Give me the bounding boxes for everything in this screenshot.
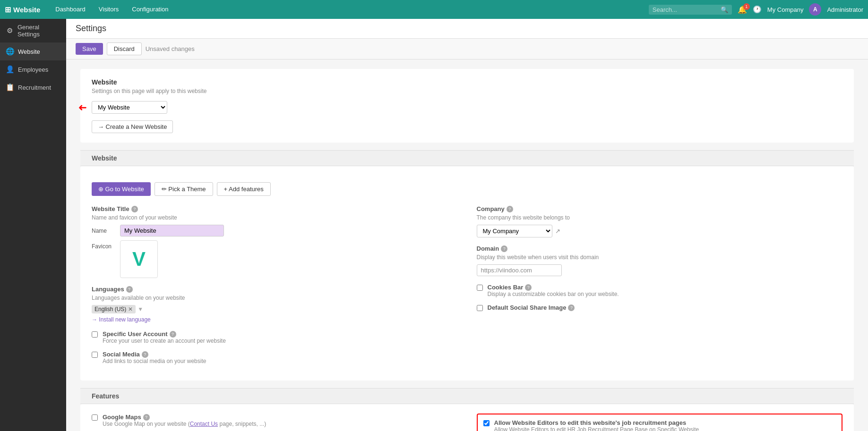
favicon-label: Favicon — [92, 243, 115, 250]
google-maps-sub: Use Google Map on your website (Contact … — [103, 421, 266, 427]
domain-info-icon: ? — [501, 245, 507, 252]
notification-bell[interactable]: 🔔 1 — [738, 5, 747, 14]
cookies-bar-info-icon: ? — [525, 284, 532, 291]
specific-user-account-text: Specific User Account ? Force your user … — [103, 330, 226, 344]
website-section-card: ⊕ Go to Website ✏ Pick a Theme + Add fea… — [80, 166, 854, 380]
recruit-label: Allow Website Editors to edit this websi… — [494, 419, 699, 426]
form-col-right: Company ? The company this website belon… — [477, 205, 843, 371]
company-field-group: Company ? The company this website belon… — [477, 205, 843, 237]
create-new-website-button[interactable]: → Create a New Website — [92, 120, 173, 133]
website-select-row: ➜ My Website — [92, 101, 842, 114]
topnav-search[interactable]: 🔍 — [649, 5, 732, 15]
language-tag: English (US) ✕ — [92, 305, 136, 313]
search-input[interactable] — [653, 6, 719, 13]
red-arrow-annotation: ➜ — [78, 101, 87, 114]
social-media-checkbox[interactable] — [92, 352, 98, 358]
website-name-input[interactable] — [120, 225, 224, 237]
cookies-bar-label: Cookies Bar — [488, 284, 524, 291]
form-col-left: Website Title ? Name and favicon of your… — [92, 205, 458, 371]
content-area: Settings Save Discard Unsaved changes We… — [66, 19, 868, 431]
domain-input[interactable] — [477, 264, 562, 276]
nav-dashboard[interactable]: Dashboard — [49, 0, 92, 19]
website-title-field-group: Website Title ? Name and favicon of your… — [92, 205, 458, 278]
website-selector-label: Website — [92, 78, 842, 86]
features-section-title-bar: Features — [80, 388, 854, 404]
specific-user-account-checkbox[interactable] — [92, 331, 98, 338]
company-label: Company — [477, 205, 505, 212]
recruit-checkbox[interactable] — [483, 420, 490, 426]
discard-button[interactable]: Discard — [107, 42, 142, 55]
google-maps-sub-end: page, snippets, ...) — [218, 421, 266, 427]
google-maps-label: Google Maps — [103, 414, 141, 421]
cookies-bar-row: Cookies Bar ? Display a customizable coo… — [477, 284, 843, 297]
cookies-bar-checkbox[interactable] — [477, 285, 483, 291]
languages-info-icon: ? — [126, 286, 133, 293]
website-title-label: Website Title — [92, 205, 129, 212]
pick-theme-button[interactable]: ✏ Pick a Theme — [155, 182, 213, 196]
languages-label-row: Languages ? — [92, 286, 458, 293]
toolbar: Save Discard Unsaved changes — [66, 39, 868, 59]
website-section-title-bar: Website — [80, 150, 854, 166]
language-dropdown-arrow[interactable]: ▼ — [138, 306, 143, 313]
install-new-language-link[interactable]: → Install new language — [92, 316, 458, 323]
inner-content: Website Settings on this page will apply… — [66, 59, 868, 431]
recruit-sub: Allow Website Editors to edit HR Job Rec… — [494, 426, 699, 431]
recruit-highlight-box: Allow Website Editors to edit this websi… — [477, 414, 843, 431]
website-title-hint: Name and favicon of your website — [92, 214, 458, 221]
company-select-row: My Company ↗ — [477, 225, 843, 237]
recruit-text: Allow Website Editors to edit this websi… — [494, 419, 699, 431]
domain-hint: Display this website when users visit th… — [477, 254, 843, 261]
grid-icon: ⊞ — [5, 5, 11, 14]
google-maps-contact-link[interactable]: Contact Us — [190, 421, 218, 427]
sidebar-item-employees[interactable]: 👤 Employees — [0, 60, 66, 78]
social-media-info-icon: ? — [142, 351, 148, 358]
admin-name: Administrator — [827, 6, 863, 13]
unsaved-changes-text: Unsaved changes — [146, 45, 195, 52]
social-media-sub: Add links to social media on your websit… — [103, 358, 206, 364]
search-icon: 🔍 — [721, 6, 728, 13]
go-to-website-button[interactable]: ⊕ Go to Website — [92, 182, 151, 196]
name-field-row: Name — [92, 225, 458, 237]
sidebar-item-website[interactable]: 🌐 Website — [0, 42, 66, 60]
website-section-title: Website — [92, 154, 117, 162]
nav-visitors[interactable]: Visitors — [92, 0, 125, 19]
languages-label: Languages — [92, 286, 124, 293]
google-maps-checkbox[interactable] — [92, 414, 98, 421]
recruit-row: Allow Website Editors to edit this websi… — [483, 419, 836, 431]
settings-title: Settings — [76, 24, 859, 34]
company-label-row: Company ? — [477, 205, 843, 212]
default-social-share-label: Default Social Share Image — [488, 304, 567, 311]
nav-configuration[interactable]: Configuration — [125, 0, 175, 19]
language-tag-remove[interactable]: ✕ — [128, 306, 133, 313]
company-name: My Company — [767, 6, 804, 13]
features-section-title: Features — [92, 392, 119, 400]
features-form-section: Google Maps ? Use Google Map on your web… — [92, 414, 842, 431]
specific-user-label: Specific User Account — [103, 330, 168, 338]
social-media-label: Social Media — [103, 351, 140, 358]
company-external-link-icon[interactable]: ↗ — [555, 228, 560, 235]
name-label: Name — [92, 228, 115, 234]
default-social-share-checkbox[interactable] — [477, 305, 483, 311]
website-title-info-icon: ? — [131, 206, 138, 212]
specific-user-info-icon: ? — [170, 331, 176, 338]
add-features-button[interactable]: + Add features — [217, 182, 271, 196]
website-select-dropdown[interactable]: My Website — [92, 101, 167, 114]
favicon-box[interactable]: V — [120, 240, 158, 278]
domain-label: Domain — [477, 245, 499, 252]
default-social-share-text: Default Social Share Image ? — [488, 304, 575, 311]
sidebar-item-recruitment[interactable]: 📋 Recruitment — [0, 78, 66, 96]
save-button[interactable]: Save — [76, 43, 103, 55]
social-media-text: Social Media ? Add links to social media… — [103, 351, 206, 364]
cookies-bar-sub: Display a customizable cookies bar on yo… — [488, 291, 619, 297]
favicon-letter: V — [132, 248, 146, 270]
website-icon: 🌐 — [6, 47, 14, 56]
languages-field-group: Languages ? Languages available on your … — [92, 286, 458, 323]
website-selector-card: Website Settings on this page will apply… — [80, 69, 854, 143]
company-select-dropdown[interactable]: My Company — [477, 225, 552, 237]
app-logo: ⊞ Website — [5, 5, 40, 14]
default-social-share-info-icon: ? — [568, 304, 575, 311]
company-info-icon: ? — [507, 206, 513, 212]
main-layout: ⚙ General Settings 🌐 Website 👤 Employees… — [0, 19, 868, 431]
cookies-bar-text: Cookies Bar ? Display a customizable coo… — [488, 284, 619, 297]
sidebar-item-general-settings[interactable]: ⚙ General Settings — [0, 19, 66, 42]
